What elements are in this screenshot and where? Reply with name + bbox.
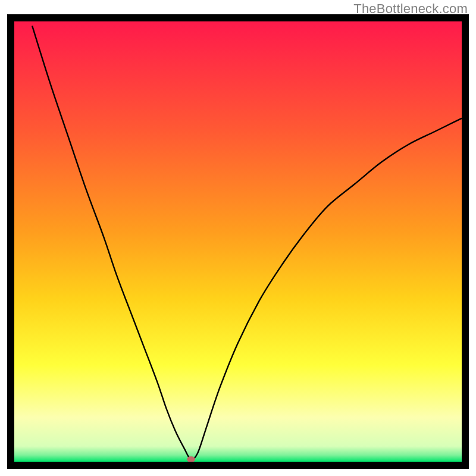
bottleneck-curve [14, 21, 462, 462]
minimum-marker [187, 456, 195, 462]
plot-area [14, 21, 462, 462]
watermark-text: TheBottleneck.com [353, 1, 468, 17]
curve-path [32, 26, 462, 459]
chart-frame [7, 14, 469, 469]
